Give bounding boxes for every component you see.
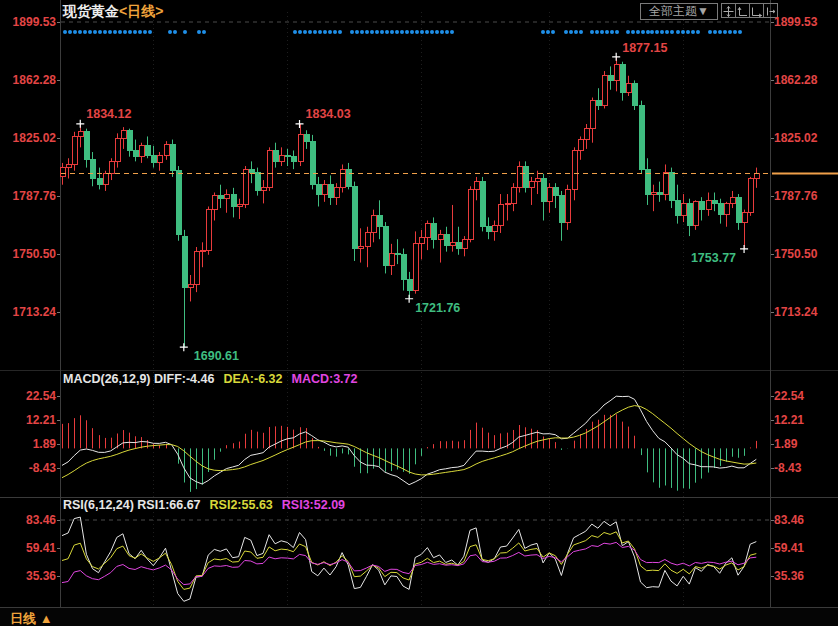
macd-axis-label: 1.89 <box>0 437 56 451</box>
macd-axis-label: 12.21 <box>774 413 836 427</box>
rsi-axis-label: 35.36 <box>0 569 56 583</box>
main-chart-area[interactable] <box>61 12 770 370</box>
macd-title-part: MACD:3.72 <box>291 372 357 386</box>
price-axis-label: 1713.24 <box>774 305 836 319</box>
price-axis-label: 1750.50 <box>0 247 56 261</box>
collapse-arrow-icon: ▲ <box>40 611 53 626</box>
macd-axis-label: 1.89 <box>774 437 836 451</box>
price-axis-label: 1862.28 <box>0 73 56 87</box>
rsi-axis-label: 59.41 <box>0 541 56 555</box>
macd-axis-label: 12.21 <box>0 413 56 427</box>
macd-title-part: MACD(26,12,9) DIFF:-4.46 <box>63 372 214 386</box>
price-axis-label: 1899.53 <box>0 15 56 29</box>
price-axis-label: 1862.28 <box>774 73 836 87</box>
macd-axis-label: -8.43 <box>774 461 836 475</box>
price-axis-label: 1899.53 <box>774 15 836 29</box>
period-tab-daily[interactable]: 日线 ▲ <box>10 610 53 626</box>
rsi-axis-label: 35.36 <box>774 569 836 583</box>
price-axis-label: 1750.50 <box>774 247 836 261</box>
macd-panel-area[interactable] <box>61 386 770 497</box>
rsi-axis-label: 83.46 <box>0 513 56 527</box>
rsi-axis-label: 83.46 <box>774 513 836 527</box>
price-axis-label: 1787.76 <box>774 189 836 203</box>
macd-axis-label: 22.54 <box>774 389 836 403</box>
macd-axis-label: -8.43 <box>0 461 56 475</box>
price-axis-label: 1787.76 <box>0 189 56 203</box>
rsi-axis-label: 59.41 <box>774 541 836 555</box>
macd-indicator-title: MACD(26,12,9) DIFF:-4.46DEA:-6.32MACD:3.… <box>63 372 366 386</box>
price-axis-label: 1825.02 <box>774 131 836 145</box>
rsi-panel-area[interactable] <box>61 500 770 607</box>
macd-title-part: DEA:-6.32 <box>223 372 282 386</box>
date-axis-strip <box>0 608 838 626</box>
price-axis-label: 1825.02 <box>0 131 56 145</box>
trading-app-window: 1834.121834.031877.151690.611721.761753.… <box>0 0 838 626</box>
macd-axis-label: 22.54 <box>0 389 56 403</box>
price-axis-label: 1713.24 <box>0 305 56 319</box>
